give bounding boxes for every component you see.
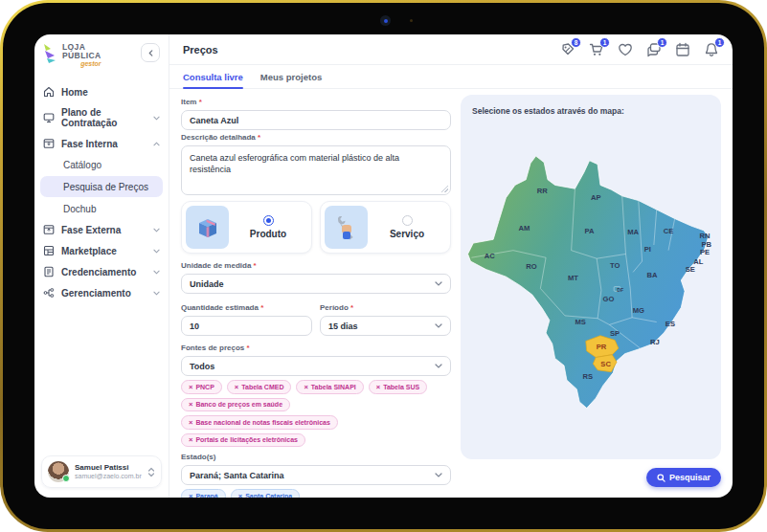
chevron-down-icon [153,249,160,254]
type-option-servico[interactable]: Serviço [320,201,451,254]
sidebar-item-fase-externa[interactable]: Fase Externa [34,219,169,240]
chevron-down-icon [153,116,160,121]
map-state-label-ac[interactable]: AC [485,252,495,260]
map-state-label-sp[interactable]: SP [610,329,620,338]
select-chevrons-icon[interactable] [147,467,155,477]
map-state-label-es[interactable]: ES [665,320,675,328]
description-textarea[interactable]: Caneta azul esferográfica com material p… [181,145,451,195]
remove-icon[interactable]: × [376,384,380,391]
pesquisar-label: Pesquisar [669,473,711,482]
state-tag[interactable]: ×Paraná [181,489,226,498]
map-state-label-pi[interactable]: PI [644,245,651,254]
map-state-label-mt[interactable]: MT [568,274,578,282]
app-logo: LOJA PÚBLICA gestor [43,43,102,67]
remove-icon[interactable]: × [238,493,242,499]
source-tag[interactable]: ×Portais de licitações eletrônicas [181,433,305,448]
service-wrench-illustration [325,206,368,249]
chevron-left-icon [147,50,154,56]
state-tag[interactable]: ×Santa Catarina [231,489,300,498]
map-state-label-ba[interactable]: BA [646,271,657,279]
unit-select[interactable]: Unidade [181,274,451,294]
map-state-label-pe[interactable]: PE [700,248,710,256]
radio-servico[interactable] [402,215,413,226]
sidebar-item-label: Catálogo [63,160,102,170]
avatar [48,461,69,482]
map-state-label-to[interactable]: TO [610,261,620,270]
remove-icon[interactable]: × [189,384,192,391]
user-profile-card[interactable]: Samuel Patissi samuel@zaelo.com.br [41,455,162,488]
tab-consulta-livre[interactable]: Consulta livre [183,65,243,88]
map-state-label-df[interactable]: DF [617,287,623,293]
remove-icon[interactable]: × [189,436,192,444]
tab-meus-projetos[interactable]: Meus projetos [260,65,322,88]
sidebar-item-catalogo[interactable]: Catálogo [34,154,169,175]
chevron-down-icon [435,364,442,368]
source-tag[interactable]: ×Tabela SINAPI [296,380,363,394]
map-state-label-go[interactable]: GO [603,295,615,303]
header-icons: 8 1 1 [560,42,719,57]
remove-icon[interactable]: × [235,384,238,391]
pesquisar-button[interactable]: Pesquisar [646,468,721,487]
calendar-icon[interactable] [675,42,690,57]
sources-select[interactable]: Todos [181,356,451,376]
sidebar-item-credenciamento[interactable]: Credenciamento [34,261,169,282]
sidebar-item-marketplace[interactable]: Marketplace [34,240,169,261]
chat-icon[interactable]: 1 [646,42,662,57]
user-name: Samuel Patissi [75,463,142,473]
source-tag[interactable]: ×Tabela SUS [369,380,427,394]
source-tag[interactable]: ×Base nacional de notas fiscais eletrôni… [181,415,338,430]
cart-icon[interactable]: 1 [589,42,604,57]
discount-icon[interactable]: 8 [560,42,575,57]
bell-icon[interactable]: 1 [704,42,719,57]
remove-icon[interactable]: × [304,384,307,391]
sidebar-item-label: Pesquisa de Preços [63,182,148,192]
sidebar-item-fase-interna[interactable]: Fase Interna [34,133,169,154]
source-tag[interactable]: ×PNCP [181,380,222,394]
quantity-input[interactable]: 10 [181,316,312,336]
map-state-label-pa[interactable]: PA [585,227,595,235]
sidebar-item-gerenciamento[interactable]: Gerenciamento [34,282,169,303]
map-state-label-se[interactable]: SE [686,265,695,274]
map-state-label-mg[interactable]: MG [633,306,644,315]
states-select[interactable]: Paraná; Santa Catarina [181,465,451,485]
product-box-illustration [186,206,229,249]
search-row: Pesquisar [461,468,721,487]
chevron-down-icon [153,291,160,296]
map-state-label-ro[interactable]: RO [526,262,536,271]
sidebar-item-label: Credenciamento [61,267,136,277]
remove-icon[interactable]: × [189,419,192,427]
map-state-label-ms[interactable]: MS [575,318,585,326]
map-state-label-ap[interactable]: AP [591,193,601,202]
sidebar-item-label: Plano de Contratação [61,107,147,128]
chevron-down-icon [435,281,442,286]
map-state-label-ce[interactable]: CE [664,227,674,235]
map-state-label-sc[interactable]: SC [600,360,611,368]
brazil-outline[interactable] [468,156,709,408]
source-tag[interactable]: ×Tabela CMED [227,380,292,394]
map-state-label-ma[interactable]: MA [627,228,639,236]
period-select[interactable]: 15 dias [320,316,451,336]
type-option-produto[interactable]: Produto [181,201,312,254]
heart-icon[interactable] [618,42,633,57]
remove-icon[interactable]: × [189,401,192,409]
logo-line2: PÚBLICA [62,52,102,60]
map-state-label-rs[interactable]: RS [582,372,593,381]
sidebar-item-plano-de-contratacao[interactable]: Plano de Contratação [34,102,169,133]
map-state-label-am[interactable]: AM [518,224,530,233]
remove-icon[interactable]: × [189,493,192,499]
sidebar-item-pesquisa-de-precos[interactable]: Pesquisa de Preços [40,176,163,197]
map-state-label-rj[interactable]: RJ [650,338,660,346]
sidebar-item-home[interactable]: Home [34,81,169,102]
map-state-label-rr[interactable]: RR [537,187,548,195]
item-input[interactable]: Caneta Azul [181,110,451,130]
states-value: Paraná; Santa Catarina [190,471,284,480]
sidebar-collapse-button[interactable] [141,43,160,62]
produto-label: Produto [250,229,286,239]
sidebar-item-dochub[interactable]: Dochub [34,198,169,219]
radio-produto[interactable] [263,215,274,226]
source-tag[interactable]: ×Banco de preços em saúde [181,398,290,412]
brazil-map[interactable]: RRAPAMPAMACERNPBPEALSEPIACROTOMTBAGODFMG… [461,136,721,423]
map-state-label-pr[interactable]: PR [597,343,607,351]
content: Item Caneta Azul Descrição detalhada Can… [169,89,733,498]
front-camera [380,15,391,26]
